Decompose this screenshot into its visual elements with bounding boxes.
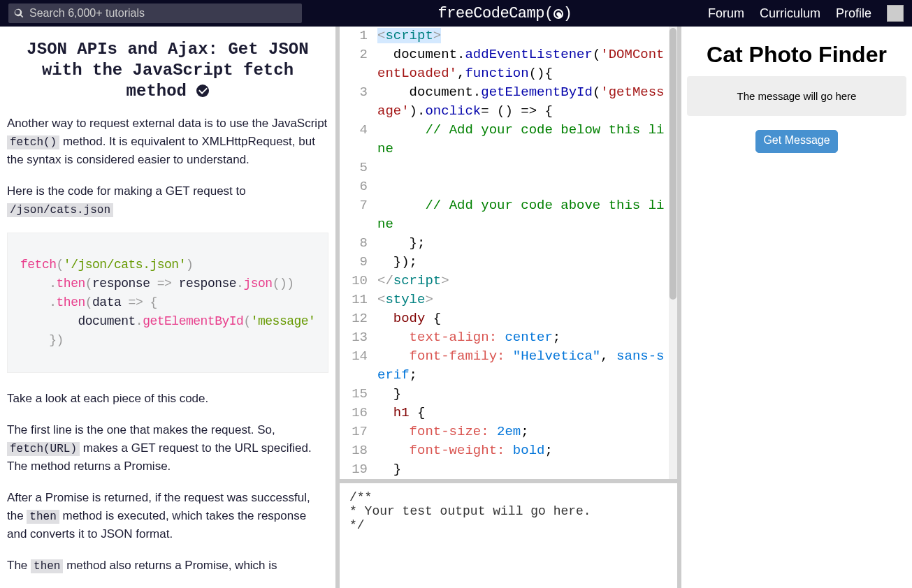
lesson-paragraph: Another way to request external data is … — [7, 115, 328, 168]
editor-line[interactable]: 11<style> — [340, 291, 677, 309]
editor-line[interactable]: 5 — [340, 159, 677, 177]
lesson-paragraph: The first line is the one that makes the… — [7, 421, 328, 475]
editor-line[interactable]: 2 document.addEventListener('DOMContentL… — [340, 45, 677, 83]
get-message-button[interactable]: Get Message — [755, 130, 837, 153]
editor-line[interactable]: 6 — [340, 177, 677, 196]
editor-line[interactable]: 15 } — [340, 385, 677, 404]
editor-line[interactable]: 18 font-weight: bold; — [340, 441, 677, 460]
lesson-paragraph: After a Promise is returned, if the requ… — [7, 489, 328, 543]
code-example: fetch('/json/cats.json') .then(response … — [7, 233, 328, 373]
editor-line[interactable]: 3 document.getElementById('getMessage').… — [340, 83, 677, 121]
editor-line[interactable]: 12 body { — [340, 309, 677, 328]
lesson-paragraph: Take a look at each piece of this code. — [7, 390, 328, 408]
lesson-paragraph: The then method also returns a Promise, … — [7, 557, 328, 575]
search-icon — [14, 8, 24, 18]
editor-line[interactable]: 10</script> — [340, 272, 677, 291]
nav-curriculum[interactable]: Curriculum — [760, 6, 820, 21]
lesson-title: JSON APIs and Ajax: Get JSON with the Ja… — [14, 39, 321, 102]
editor-line[interactable]: 13 text-align: center; — [340, 328, 677, 347]
inline-code: fetch(URL) — [7, 442, 80, 456]
inline-code: /json/cats.json — [7, 203, 113, 217]
preview-panel: Cat Photo Finder The message will go her… — [681, 27, 912, 588]
scrollbar[interactable] — [669, 27, 677, 479]
top-nav-bar: freeCodeCamp() Forum Curriculum Profile — [0, 0, 912, 27]
editor-line[interactable]: 1<script> — [340, 27, 677, 45]
editor-line[interactable]: 19 } — [340, 460, 677, 479]
avatar[interactable] — [887, 5, 904, 22]
message-box: The message will go here — [687, 76, 906, 116]
nav-profile[interactable]: Profile — [836, 6, 871, 21]
editor-line[interactable]: 4 // Add your code below this line — [340, 121, 677, 159]
editor-line[interactable]: 16 h1 { — [340, 404, 677, 422]
nav-links: Forum Curriculum Profile — [708, 5, 904, 22]
code-editor[interactable]: 1<script>2 document.addEventListener('DO… — [340, 27, 677, 479]
search-input[interactable] — [29, 7, 296, 20]
search-container[interactable] — [8, 3, 302, 23]
check-circle-icon — [196, 84, 209, 97]
editor-panel: 1<script>2 document.addEventListener('DO… — [335, 27, 681, 588]
test-output-console: /** * Your test output will go here. */ — [340, 483, 677, 588]
editor-line[interactable]: 9 }); — [340, 253, 677, 272]
lesson-panel: JSON APIs and Ajax: Get JSON with the Ja… — [0, 27, 335, 588]
editor-line[interactable]: 14 font-family: "Helvetica", sans-serif; — [340, 347, 677, 385]
brand-logo[interactable]: freeCodeCamp() — [302, 5, 708, 22]
lesson-paragraph: Here is the code for making a GET reques… — [7, 182, 328, 219]
inline-code: then — [27, 510, 59, 524]
editor-line[interactable]: 7 // Add your code above this line — [340, 196, 677, 234]
preview-title: Cat Photo Finder — [687, 42, 906, 68]
inline-code: fetch() — [7, 135, 59, 149]
editor-line[interactable]: 8 }; — [340, 234, 677, 253]
nav-forum[interactable]: Forum — [708, 6, 744, 21]
editor-line[interactable]: 17 font-size: 2em; — [340, 422, 677, 441]
flame-icon — [553, 9, 563, 19]
inline-code: then — [31, 559, 63, 573]
